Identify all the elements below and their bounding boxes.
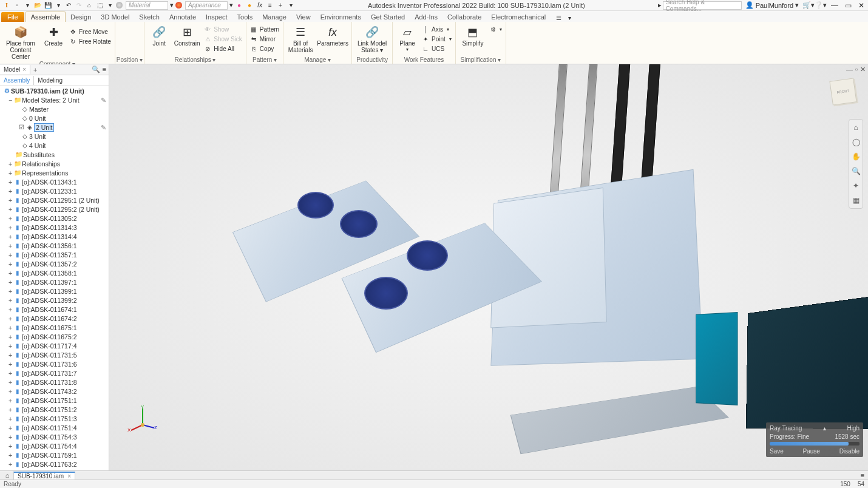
expand-icon[interactable]: +: [7, 160, 13, 168]
copy-button[interactable]: ⎘Copy: [250, 44, 279, 53]
add-browser-tab[interactable]: +: [30, 66, 40, 73]
group-position-label[interactable]: Position ▾: [117, 56, 143, 64]
browser-tab-model[interactable]: Model×: [0, 65, 30, 74]
constrain-button[interactable]: ⊞ Constrain: [174, 24, 200, 47]
browser-menu-icon[interactable]: ≡: [103, 66, 106, 73]
checkbox-icon[interactable]: ☑: [17, 124, 25, 130]
new-icon[interactable]: ▫: [13, 1, 21, 10]
doc-restore-icon[interactable]: ▫: [855, 66, 858, 73]
tree-substitutes[interactable]: 📁Substitutes: [0, 150, 109, 159]
tree-part[interactable]: +▮[o]:ADSK-011295:1 (2 Unit): [0, 195, 109, 205]
tree-part[interactable]: +▮[o]:ADSK-011754:3: [0, 432, 109, 441]
tree-part[interactable]: +▮[o]:ADSK-011731:5: [0, 350, 109, 359]
expand-icon[interactable]: +: [7, 452, 13, 459]
expand-icon[interactable]: +: [7, 315, 13, 322]
home-icon[interactable]: ⌂: [85, 1, 93, 10]
tree-part[interactable]: +▮[o]:ADSK-011731:8: [0, 378, 109, 387]
group-relationships-label[interactable]: Relationships ▾: [148, 56, 242, 64]
tree-state-3[interactable]: ◇3 Unit: [0, 132, 109, 141]
tree-part[interactable]: +▮[o]:ADSK-011773:3: [0, 469, 109, 470]
tree-part[interactable]: +▮[o]:ADSK-011357:1: [0, 250, 109, 259]
expand-icon[interactable]: +: [7, 306, 13, 313]
expand-icon[interactable]: +: [7, 206, 13, 213]
hide-all-button[interactable]: ⊘Hide All: [204, 44, 242, 53]
tab-design[interactable]: Design: [66, 12, 96, 22]
redo-icon[interactable]: ↷: [75, 1, 83, 10]
tree-representations[interactable]: + 📁Representations: [0, 168, 109, 177]
collapse-icon[interactable]: −: [7, 97, 13, 104]
tree-part[interactable]: +▮[o]:ADSK-011305:2: [0, 214, 109, 223]
place-from-content-center-button[interactable]: 📦 Place from Content Center: [4, 24, 38, 60]
select-icon[interactable]: ⬚: [95, 1, 104, 10]
expand-icon[interactable]: +: [7, 169, 13, 177]
close-tab-icon[interactable]: ×: [22, 66, 26, 73]
tab-getstarted[interactable]: Get Started: [366, 12, 410, 22]
edit-icon[interactable]: ✎: [101, 97, 106, 104]
expand-icon[interactable]: +: [7, 333, 13, 341]
minimize-button[interactable]: —: [830, 1, 839, 10]
expand-icon[interactable]: +: [7, 342, 13, 350]
plus-icon[interactable]: +: [276, 1, 285, 10]
expand-icon[interactable]: +: [7, 260, 13, 268]
free-rotate-button[interactable]: ↻Free Rotate: [69, 37, 111, 46]
joint-button[interactable]: 🔗 Joint: [148, 24, 170, 47]
tab-manage[interactable]: Manage: [257, 12, 291, 22]
expand-icon[interactable]: +: [7, 288, 13, 295]
pattern-button[interactable]: ▦Pattern: [250, 25, 279, 33]
raytrace-quality[interactable]: High: [847, 425, 860, 432]
tree-state-2[interactable]: ☑ ◈ 2 Unit ✎: [0, 123, 109, 132]
ribbon-last-icon[interactable]: ☰: [554, 13, 563, 22]
tree-part[interactable]: +▮[o]:ADSK-011233:1: [0, 186, 109, 195]
tree-modelstates[interactable]: − 📁 Model States: 2 Unit ✎: [0, 95, 109, 104]
expand-icon[interactable]: +: [7, 370, 13, 377]
tree-part[interactable]: +▮[o]:ADSK-011731:7: [0, 368, 109, 378]
expand-icon[interactable]: +: [7, 251, 13, 259]
tab-tools[interactable]: Tools: [232, 12, 258, 22]
tab-inspect[interactable]: Inspect: [201, 12, 232, 22]
doctabs-home-icon[interactable]: ⌂: [2, 472, 12, 479]
material-arrow-icon[interactable]: ▾: [170, 1, 174, 9]
tab-addins[interactable]: Add-Ins: [410, 12, 442, 22]
edit-icon[interactable]: ✎: [101, 124, 106, 131]
color-2-icon[interactable]: ●: [245, 1, 254, 10]
expand-icon[interactable]: +: [7, 197, 13, 204]
search-browser-icon[interactable]: 🔍: [92, 66, 100, 73]
tree-part[interactable]: +▮[o]:ADSK-011759:1: [0, 450, 109, 459]
tree-part[interactable]: +▮[o]:ADSK-011731:6: [0, 359, 109, 368]
tree-part[interactable]: +▮[o]:ADSK-011763:2: [0, 459, 109, 469]
raytrace-pause-button[interactable]: Pause: [803, 448, 820, 455]
axis-button[interactable]: │Axis▾: [422, 25, 452, 33]
tab-3dmodel[interactable]: 3D Model: [96, 12, 134, 22]
expand-icon[interactable]: +: [7, 470, 13, 471]
doctab-active[interactable]: SUB-179310.iam ×: [13, 472, 75, 480]
expand-icon[interactable]: +: [7, 233, 13, 240]
expand-icon[interactable]: +: [7, 324, 13, 331]
user-dropdown-icon[interactable]: ▾: [795, 1, 799, 9]
qat-dropdown-2-icon[interactable]: ▾: [54, 1, 63, 10]
tree-part[interactable]: +▮[o]:ADSK-011343:1: [0, 177, 109, 186]
tree-part[interactable]: +▮[o]:ADSK-011399:1: [0, 286, 109, 296]
tree-part[interactable]: +▮[o]:ADSK-011674:2: [0, 314, 109, 323]
expand-icon[interactable]: +: [7, 406, 13, 413]
tree-part[interactable]: +▮[o]:ADSK-011751:3: [0, 414, 109, 423]
mirror-button[interactable]: ⇋Mirror: [250, 35, 279, 43]
expand-icon[interactable]: +: [7, 224, 13, 231]
doc-close-icon[interactable]: ✕: [860, 66, 866, 73]
create-button[interactable]: ✚ Create: [41, 24, 66, 47]
tree-part[interactable]: +▮[o]:ADSK-011743:2: [0, 387, 109, 396]
plane-button[interactable]: ▱ Plane ▾: [396, 24, 418, 52]
tree-part[interactable]: +▮[o]:ADSK-011675:2: [0, 332, 109, 341]
group-manage-label[interactable]: Manage ▾: [287, 56, 348, 64]
expand-icon[interactable]: +: [7, 433, 13, 441]
parameters-button[interactable]: fx Parameters: [317, 24, 348, 47]
tab-electromechanical[interactable]: Electromechanical: [486, 12, 551, 22]
tree-part[interactable]: +▮[o]:ADSK-011356:1: [0, 241, 109, 250]
close-button[interactable]: ✕: [857, 1, 866, 10]
tab-annotate[interactable]: Annotate: [164, 12, 201, 22]
expand-icon[interactable]: +: [7, 188, 13, 195]
tree-relationships[interactable]: + 📁Relationships: [0, 159, 109, 168]
expand-icon[interactable]: +: [7, 297, 13, 304]
doctabs-menu-icon[interactable]: ≡: [861, 472, 864, 479]
tree-state-master[interactable]: ◇Master: [0, 104, 109, 114]
expand-icon[interactable]: +: [7, 442, 13, 450]
